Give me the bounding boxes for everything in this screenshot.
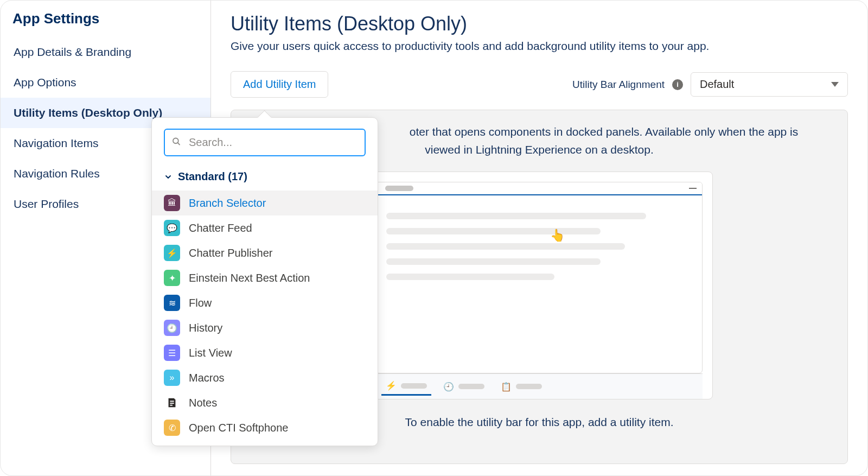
menu-item-label: Flow — [189, 297, 212, 309]
svg-rect-3 — [170, 403, 174, 404]
add-utility-item-button[interactable]: Add Utility Item — [231, 71, 328, 98]
building-columns-icon: 🏛 — [164, 195, 180, 211]
menu-item-branch-selector[interactable]: 🏛 Branch Selector — [152, 191, 378, 215]
alignment-value: Default — [700, 78, 734, 91]
toolbar: Add Utility Item Utility Bar Alignment i… — [231, 71, 848, 98]
sidebar-item-label: User Profiles — [14, 198, 79, 210]
menu-item-open-cti-softphone[interactable]: ✆ Open CTI Softphone — [152, 415, 378, 440]
note-icon — [164, 395, 180, 411]
menu-item-label: Chatter Feed — [189, 222, 252, 234]
preview-header — [376, 182, 702, 195]
preview-title-skeleton — [385, 186, 413, 191]
menu-item-list-view[interactable]: ☰ List View — [152, 340, 378, 365]
bolt-icon: ⚡ — [386, 380, 397, 391]
menu-item-label: Macros — [189, 372, 225, 384]
menu-item-notes[interactable]: Notes — [152, 390, 378, 415]
menu-item-chatter-feed[interactable]: 💬 Chatter Feed — [152, 215, 378, 240]
svg-line-1 — [177, 142, 180, 144]
app-window: App Settings App Details & Branding App … — [0, 0, 868, 476]
sidebar-item-label: App Options — [14, 76, 76, 88]
menu-item-history[interactable]: 🕘 History — [152, 315, 378, 340]
skeleton-line — [386, 258, 601, 265]
search-icon — [171, 136, 181, 149]
preview-utility-bar: ⚡ 🕘 📋 — [376, 373, 703, 399]
menu-item-label: History — [189, 322, 222, 334]
clock-icon: 🕘 — [164, 320, 180, 336]
alignment-select[interactable]: Default — [691, 72, 848, 97]
tab-skeleton — [401, 383, 427, 389]
skeleton-line — [386, 213, 646, 219]
skeleton-line — [386, 228, 601, 234]
minimize-icon — [689, 188, 697, 189]
list-icon: ☰ — [164, 345, 180, 361]
chevron-down-icon — [164, 173, 173, 181]
preview-tab: ⚡ — [381, 377, 431, 396]
skeleton-line — [386, 274, 554, 280]
alignment-group: Utility Bar Alignment i Default — [572, 72, 848, 97]
waves-icon: ≋ — [164, 295, 180, 311]
info-description-visible: oter that opens components in docked pan… — [410, 125, 798, 156]
speech-icon: 💬 — [164, 220, 180, 236]
add-utility-item-menu: Standard (17) 🏛 Branch Selector 💬 Chatte… — [151, 117, 378, 446]
menu-item-label: Branch Selector — [189, 197, 266, 210]
svg-rect-2 — [170, 401, 174, 402]
search-wrap — [164, 129, 366, 156]
menu-item-flow[interactable]: ≋ Flow — [152, 290, 378, 315]
sidebar-item-app-details[interactable]: App Details & Branding — [1, 37, 210, 67]
search-input[interactable] — [164, 129, 366, 156]
sidebar-item-label: Navigation Rules — [14, 167, 100, 180]
tab-skeleton — [516, 384, 542, 389]
skeleton-line — [386, 243, 625, 250]
sparkle-icon: ✦ — [164, 270, 180, 286]
svg-rect-4 — [170, 405, 173, 406]
caret-down-icon — [831, 82, 839, 87]
alignment-label: Utility Bar Alignment — [572, 79, 665, 91]
sidebar-item-app-options[interactable]: App Options — [1, 67, 210, 98]
bolt-icon: ⚡ — [164, 245, 180, 261]
info-icon[interactable]: i — [672, 79, 683, 90]
menu-item-label: List View — [189, 347, 232, 359]
page-subtitle: Give your users quick access to producti… — [231, 40, 848, 53]
menu-item-label: Chatter Publisher — [189, 247, 273, 259]
menu-item-chatter-publisher[interactable]: ⚡ Chatter Publisher — [152, 240, 378, 265]
sidebar-item-label: Utility Items (Desktop Only) — [14, 106, 162, 119]
preview-body — [376, 195, 702, 373]
utility-bar-preview: ⚡ 🕘 📋 — [366, 172, 713, 399]
sidebar-item-label: Navigation Items — [14, 137, 98, 149]
menu-item-label: Open CTI Softphone — [189, 422, 288, 434]
preview-tab: 🕘 — [439, 378, 489, 395]
tab-skeleton — [458, 384, 484, 389]
phone-icon: ✆ — [164, 420, 180, 436]
menu-item-einstein-nba[interactable]: ✦ Einstein Next Best Action — [152, 265, 378, 290]
section-standard[interactable]: Standard (17) — [152, 166, 378, 188]
section-label: Standard (17) — [178, 170, 247, 183]
page-title: Utility Items (Desktop Only) — [231, 12, 848, 35]
add-utility-item-label: Add Utility Item — [243, 78, 316, 90]
menu-item-label: Notes — [189, 397, 217, 409]
sidebar-title: App Settings — [1, 5, 210, 37]
note-icon: 📋 — [501, 382, 512, 392]
preview-tab: 📋 — [496, 378, 546, 395]
chevrons-icon: » — [164, 370, 180, 386]
main-content: Utility Items (Desktop Only) Give your u… — [211, 1, 867, 475]
preview-panel — [376, 182, 703, 373]
menu-item-macros[interactable]: » Macros — [152, 365, 378, 390]
menu-item-label: Einstein Next Best Action — [189, 272, 310, 284]
sidebar-item-label: App Details & Branding — [14, 46, 131, 58]
utility-item-list: 🏛 Branch Selector 💬 Chatter Feed ⚡ Chatt… — [152, 188, 378, 440]
clock-icon: 🕘 — [443, 382, 454, 392]
